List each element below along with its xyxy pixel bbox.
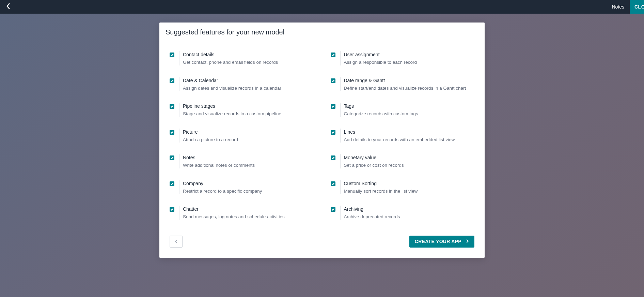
feature-desc: Assign a responsible to each record	[344, 59, 417, 65]
feature-title: Date range & Gantt	[344, 78, 466, 83]
feature-text: Tags Categorize records with custom tags	[340, 103, 418, 117]
checkbox-date-range-gantt[interactable]	[331, 78, 335, 83]
feature-text: Company Restrict a record to a specific …	[179, 180, 262, 194]
feature-date-range-gantt: Date range & Gantt Define start/end date…	[331, 78, 475, 91]
feature-desc: Write additional notes or comments	[183, 162, 255, 168]
topbar-right: Notes CLOSE	[612, 0, 644, 14]
feature-title: Company	[183, 181, 262, 186]
check-icon	[331, 156, 335, 160]
feature-title: Date & Calendar	[183, 78, 281, 83]
check-icon	[331, 208, 335, 211]
checkbox-tags[interactable]	[331, 104, 335, 109]
check-icon	[331, 53, 335, 57]
check-icon	[170, 156, 174, 160]
feature-text: Archiving Archive deprecated records	[340, 206, 400, 220]
checkbox-notes[interactable]	[170, 155, 174, 160]
feature-text: Notes Write additional notes or comments	[179, 154, 255, 168]
feature-notes: Notes Write additional notes or comments	[170, 155, 314, 168]
create-app-button[interactable]: CREATE YOUR APP	[409, 236, 474, 248]
feature-user-assignment: User assignment Assign a responsible to …	[331, 53, 475, 65]
feature-text: Lines Add details to your records with a…	[340, 129, 455, 143]
feature-custom-sorting: Custom Sorting Manually sort records in …	[331, 181, 475, 194]
feature-title: Notes	[183, 155, 255, 160]
feature-title: Monetary value	[344, 155, 404, 160]
feature-text: Date range & Gantt Define start/end date…	[340, 77, 466, 91]
feature-desc: Categorize records with custom tags	[344, 111, 418, 117]
checkbox-contact-details[interactable]	[170, 53, 174, 57]
back-button[interactable]	[6, 3, 10, 11]
check-icon	[170, 79, 174, 83]
feature-pipeline-stages: Pipeline stages Stage and visualize reco…	[170, 104, 314, 117]
feature-desc: Define start/end dates and visualize rec…	[344, 85, 466, 91]
feature-title: User assignment	[344, 52, 417, 57]
feature-date-calendar: Date & Calendar Assign dates and visuali…	[170, 78, 314, 91]
chevron-right-icon	[466, 239, 469, 244]
check-icon	[331, 79, 335, 83]
prev-button[interactable]	[170, 236, 183, 248]
feature-chatter: Chatter Send messages, log notes and sch…	[170, 207, 314, 220]
checkbox-company[interactable]	[170, 181, 174, 186]
features-grid: Contact details Get contact, phone and e…	[159, 42, 485, 237]
feature-text: User assignment Assign a responsible to …	[340, 51, 417, 65]
checkbox-custom-sorting[interactable]	[331, 181, 335, 186]
feature-text: Custom Sorting Manually sort records in …	[340, 180, 418, 194]
feature-title: Archiving	[344, 206, 400, 212]
feature-archiving: Archiving Archive deprecated records	[331, 207, 475, 220]
feature-text: Pipeline stages Stage and visualize reco…	[179, 103, 281, 117]
checkbox-chatter[interactable]	[170, 207, 174, 212]
feature-title: Picture	[183, 129, 238, 135]
check-icon	[170, 131, 174, 134]
feature-title: Lines	[344, 129, 455, 135]
feature-desc: Attach a picture to a record	[183, 137, 238, 143]
close-button[interactable]: CLOSE	[630, 0, 644, 14]
chevron-left-icon	[175, 239, 177, 243]
feature-desc: Manually sort records in the list view	[344, 188, 418, 194]
notes-link[interactable]: Notes	[612, 4, 624, 10]
feature-desc: Send messages, log notes and schedule ac…	[183, 214, 285, 220]
feature-desc: Add details to your records with an embe…	[344, 137, 455, 143]
create-app-label: CREATE YOUR APP	[415, 239, 461, 244]
feature-text: Chatter Send messages, log notes and sch…	[179, 206, 285, 220]
checkbox-picture[interactable]	[170, 130, 174, 135]
feature-desc: Assign dates and visualize records in a …	[183, 85, 281, 91]
feature-company: Company Restrict a record to a specific …	[170, 181, 314, 194]
check-icon	[331, 105, 335, 108]
chevron-left-icon	[6, 3, 10, 9]
feature-lines: Lines Add details to your records with a…	[331, 130, 475, 143]
check-icon	[331, 182, 335, 185]
modal-header: Suggested features for your new model	[159, 23, 485, 42]
feature-tags: Tags Categorize records with custom tags	[331, 104, 475, 117]
checkbox-lines[interactable]	[331, 130, 335, 135]
modal: Suggested features for your new model Co…	[159, 23, 485, 258]
checkbox-archiving[interactable]	[331, 207, 335, 212]
check-icon	[170, 182, 174, 185]
check-icon	[170, 53, 174, 57]
checkbox-pipeline-stages[interactable]	[170, 104, 174, 109]
feature-desc: Restrict a record to a specific company	[183, 188, 262, 194]
features-column-left: Contact details Get contact, phone and e…	[170, 53, 314, 233]
feature-title: Contact details	[183, 52, 278, 57]
checkbox-date-calendar[interactable]	[170, 78, 174, 83]
feature-picture: Picture Attach a picture to a record	[170, 130, 314, 143]
modal-title: Suggested features for your new model	[166, 28, 478, 36]
feature-text: Date & Calendar Assign dates and visuali…	[179, 77, 281, 91]
check-icon	[170, 105, 174, 108]
feature-title: Tags	[344, 103, 418, 109]
feature-title: Pipeline stages	[183, 103, 281, 109]
topbar: Notes CLOSE	[0, 0, 644, 14]
feature-monetary-value: Monetary value Set a price or cost on re…	[331, 155, 475, 168]
feature-title: Custom Sorting	[344, 181, 418, 186]
feature-text: Picture Attach a picture to a record	[179, 129, 238, 143]
modal-footer: CREATE YOUR APP	[159, 236, 485, 258]
feature-desc: Set a price or cost on records	[344, 162, 404, 168]
feature-text: Monetary value Set a price or cost on re…	[340, 154, 404, 168]
checkbox-monetary-value[interactable]	[331, 155, 335, 160]
feature-title: Chatter	[183, 206, 285, 212]
check-icon	[331, 131, 335, 134]
feature-text: Contact details Get contact, phone and e…	[179, 51, 278, 65]
feature-desc: Stage and visualize records in a custom …	[183, 111, 281, 117]
feature-desc: Archive deprecated records	[344, 214, 400, 220]
feature-desc: Get contact, phone and email fields on r…	[183, 59, 278, 65]
check-icon	[170, 208, 174, 211]
checkbox-user-assignment[interactable]	[331, 53, 335, 57]
